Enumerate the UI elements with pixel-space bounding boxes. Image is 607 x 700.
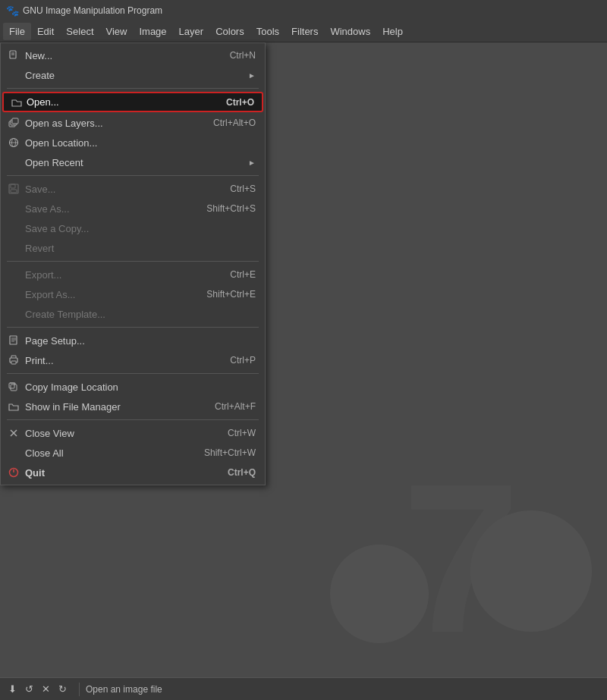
menu-bar-item-view[interactable]: View bbox=[100, 23, 134, 40]
show-file-manager-label: Show in File Manager bbox=[25, 401, 200, 413]
export-as-label: Export As... bbox=[25, 289, 191, 300]
new-label: New... bbox=[25, 50, 215, 61]
open-layers-shortcut: Ctrl+Alt+O bbox=[213, 118, 256, 128]
menu-item-open-location[interactable]: Open Location... bbox=[1, 133, 265, 152]
menu-item-quit[interactable]: QuitCtrl+Q bbox=[1, 463, 265, 482]
create-arrow-icon: ► bbox=[248, 71, 256, 80]
open-recent-label: Open Recent bbox=[25, 157, 242, 168]
show-file-manager-icon bbox=[7, 401, 20, 412]
print-shortcut: Ctrl+P bbox=[230, 355, 256, 366]
revert-label: Revert bbox=[25, 243, 256, 254]
separator-after-show-file-manager bbox=[7, 419, 259, 420]
separator-after-open-recent bbox=[7, 175, 259, 176]
svg-rect-22 bbox=[9, 383, 14, 388]
menu-item-print[interactable]: Print...Ctrl+P bbox=[1, 350, 265, 370]
separator-after-create-template bbox=[7, 327, 259, 328]
close-all-label: Close All bbox=[25, 447, 189, 459]
open-recent-arrow-icon: ► bbox=[248, 159, 256, 167]
app-icon: 🐾 bbox=[6, 5, 18, 17]
app-title: GNU Image Manipulation Program bbox=[23, 5, 162, 16]
save-copy-label: Save a Copy... bbox=[25, 223, 256, 234]
export-shortcut: Ctrl+E bbox=[230, 269, 256, 280]
status-bar-icons: ⬇ ↺ ✕ ↻ bbox=[6, 683, 68, 695]
svg-rect-15 bbox=[10, 336, 17, 344]
save-as-label: Save As... bbox=[25, 203, 191, 215]
menu-item-save-copy: Save a Copy... bbox=[1, 218, 265, 238]
print-label: Print... bbox=[25, 355, 215, 366]
quit-icon bbox=[7, 467, 20, 478]
background-watermark: 7 bbox=[288, 336, 607, 654]
svg-rect-21 bbox=[11, 385, 17, 391]
save-label: Save... bbox=[25, 184, 215, 195]
svg-rect-20 bbox=[11, 361, 16, 364]
quit-label: Quit bbox=[25, 467, 212, 479]
menu-bar-item-edit[interactable]: Edit bbox=[31, 23, 60, 40]
svg-rect-13 bbox=[11, 184, 15, 188]
close-view-label: Close View bbox=[25, 428, 212, 439]
menu-bar-item-help[interactable]: Help bbox=[376, 23, 409, 40]
status-icon-redo[interactable]: ↻ bbox=[56, 683, 68, 695]
status-icon-cancel[interactable]: ✕ bbox=[39, 683, 52, 695]
menu-item-open-recent[interactable]: Open Recent► bbox=[1, 152, 265, 172]
menu-bar-item-layer[interactable]: Layer bbox=[173, 23, 210, 40]
menu-bar-item-select[interactable]: Select bbox=[60, 23, 99, 40]
page-setup-label: Page Setup... bbox=[25, 335, 256, 347]
close-all-shortcut: Shift+Ctrl+W bbox=[204, 447, 256, 458]
open-icon bbox=[10, 97, 24, 108]
status-text: Open an image file bbox=[86, 684, 162, 695]
separator-after-create bbox=[7, 88, 259, 89]
menu-item-save-as: Save As...Shift+Ctrl+S bbox=[1, 199, 265, 218]
export-as-shortcut: Shift+Ctrl+E bbox=[206, 289, 256, 300]
menu-item-copy-location[interactable]: Copy Image Location bbox=[1, 377, 265, 397]
menu-item-revert: Revert bbox=[1, 238, 265, 258]
open-location-icon bbox=[7, 137, 20, 148]
save-icon bbox=[7, 184, 20, 194]
menu-item-export-as: Export As...Shift+Ctrl+E bbox=[1, 284, 265, 304]
menu-bar-item-filters[interactable]: Filters bbox=[285, 23, 324, 40]
save-shortcut: Ctrl+S bbox=[230, 184, 256, 194]
separator-after-revert bbox=[7, 261, 259, 262]
menu-bar-item-image[interactable]: Image bbox=[133, 23, 172, 40]
menu-bar-item-file[interactable]: File bbox=[3, 23, 31, 40]
file-dropdown-menu: New...Ctrl+NCreate►Open...Ctrl+OOpen as … bbox=[0, 42, 266, 485]
status-icon-undo[interactable]: ↺ bbox=[23, 683, 35, 695]
title-bar: 🐾 GNU Image Manipulation Program bbox=[0, 0, 607, 21]
new-shortcut: Ctrl+N bbox=[230, 50, 256, 61]
open-label: Open... bbox=[27, 96, 211, 108]
status-icon-download[interactable]: ⬇ bbox=[6, 683, 18, 695]
menu-item-create-template: Create Template... bbox=[1, 304, 265, 324]
page-setup-icon bbox=[7, 335, 20, 346]
copy-location-icon bbox=[7, 381, 20, 392]
menu-bar-item-colors[interactable]: Colors bbox=[209, 23, 250, 40]
menu-item-create[interactable]: Create► bbox=[1, 65, 265, 85]
menu-item-show-file-manager[interactable]: Show in File ManagerCtrl+Alt+F bbox=[1, 397, 265, 416]
menu-item-export: Export...Ctrl+E bbox=[1, 265, 265, 284]
menu-item-new[interactable]: New...Ctrl+N bbox=[1, 46, 265, 65]
open-layers-label: Open as Layers... bbox=[25, 118, 198, 129]
save-as-shortcut: Shift+Ctrl+S bbox=[206, 203, 256, 214]
menu-bar-item-windows[interactable]: Windows bbox=[324, 23, 376, 40]
menu-item-open-layers[interactable]: Open as Layers...Ctrl+Alt+O bbox=[1, 113, 265, 133]
new-icon bbox=[7, 50, 20, 61]
show-file-manager-shortcut: Ctrl+Alt+F bbox=[215, 401, 256, 412]
export-label: Export... bbox=[25, 269, 215, 281]
open-location-label: Open Location... bbox=[25, 137, 256, 149]
menu-bar: FileEditSelectViewImageLayerColorsToolsF… bbox=[0, 21, 607, 42]
status-divider bbox=[79, 683, 80, 696]
close-view-shortcut: Ctrl+W bbox=[228, 428, 256, 438]
svg-rect-8 bbox=[12, 118, 18, 124]
menu-item-close-all[interactable]: Close AllShift+Ctrl+W bbox=[1, 443, 265, 463]
menu-item-open[interactable]: Open...Ctrl+O bbox=[2, 92, 263, 112]
open-shortcut: Ctrl+O bbox=[226, 97, 254, 108]
menu-item-close-view[interactable]: Close ViewCtrl+W bbox=[1, 423, 265, 443]
status-bar: ⬇ ↺ ✕ ↻ Open an image file bbox=[0, 677, 607, 700]
menu-item-page-setup[interactable]: Page Setup... bbox=[1, 331, 265, 350]
menu-bar-item-tools[interactable]: Tools bbox=[250, 23, 285, 40]
open-layers-icon bbox=[7, 118, 20, 128]
svg-text:7: 7 bbox=[402, 440, 521, 654]
menu-item-save: Save...Ctrl+S bbox=[1, 179, 265, 199]
separator-after-print bbox=[7, 373, 259, 374]
quit-shortcut: Ctrl+Q bbox=[228, 467, 256, 478]
print-icon bbox=[7, 355, 20, 366]
create-template-label: Create Template... bbox=[25, 309, 256, 320]
